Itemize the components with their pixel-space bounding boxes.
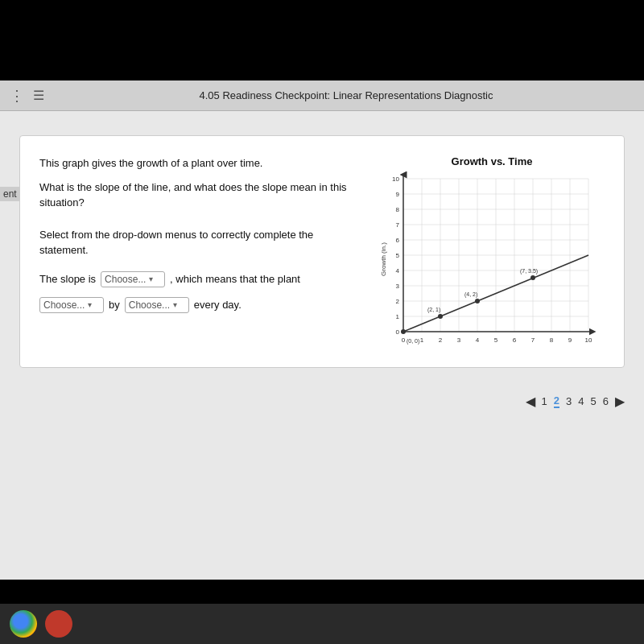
chrome-icon[interactable] (10, 610, 37, 638)
svg-text:7: 7 (531, 336, 535, 344)
svg-text:10: 10 (585, 336, 592, 344)
app-icon[interactable] (45, 610, 72, 638)
dropdown-slope[interactable]: Choose... ▾ (101, 271, 165, 287)
svg-text:0: 0 (396, 328, 400, 336)
page-5[interactable]: 5 (591, 395, 597, 407)
page-title: 4.05 Readiness Checkpoint: Linear Repres… (58, 89, 634, 101)
dropdown-amount[interactable]: Choose... ▾ (125, 297, 189, 313)
svg-text:6: 6 (513, 336, 517, 344)
svg-text:8: 8 (550, 336, 554, 344)
chart-title: Growth vs. Time (379, 155, 605, 167)
svg-text:2: 2 (396, 298, 400, 305)
svg-text:5: 5 (494, 336, 498, 344)
svg-text:3: 3 (396, 283, 400, 290)
svg-point-53 (475, 299, 480, 303)
svg-text:1: 1 (420, 336, 424, 344)
end-text: every day. (194, 299, 242, 311)
hamburger-icon[interactable]: ☰ (33, 88, 44, 103)
svg-text:4: 4 (476, 336, 480, 344)
svg-text:(0, 0): (0, 0) (407, 338, 419, 345)
slope-label: The slope is (39, 273, 96, 285)
svg-text:3: 3 (457, 336, 461, 344)
next-page-button[interactable]: ▶ (615, 394, 625, 409)
prev-page-button[interactable]: ◀ (526, 394, 535, 409)
question-line1: This graph gives the growth of a plant o… (39, 155, 360, 171)
svg-text:6: 6 (396, 237, 400, 244)
svg-text:0: 0 (402, 336, 406, 344)
instruction-text: Select from the drop-down menus to corre… (39, 227, 360, 258)
middle-text: , which means that the plant (170, 273, 300, 285)
page-4[interactable]: 4 (578, 395, 584, 407)
svg-text:1: 1 (396, 313, 400, 320)
svg-text:(2, 1): (2, 1) (427, 307, 440, 313)
svg-text:9: 9 (396, 191, 400, 198)
svg-text:10: 10 (392, 175, 399, 183)
page-6[interactable]: 6 (603, 395, 609, 407)
svg-text:(4, 2): (4, 2) (464, 291, 477, 298)
svg-text:7: 7 (396, 221, 400, 229)
svg-text:4: 4 (396, 267, 400, 275)
svg-text:(7, 3.5): (7, 3.5) (520, 268, 538, 275)
svg-text:8: 8 (396, 206, 400, 213)
svg-text:2: 2 (439, 336, 443, 344)
page-2[interactable]: 2 (554, 394, 559, 408)
dots-menu-icon[interactable]: ⋮ (10, 87, 25, 105)
svg-text:9: 9 (568, 336, 572, 344)
svg-text:5: 5 (396, 252, 400, 259)
taskbar (0, 604, 644, 644)
svg-point-51 (438, 314, 443, 319)
svg-point-55 (530, 275, 535, 280)
svg-text:Growth (in.): Growth (in.) (380, 242, 387, 276)
page-3[interactable]: 3 (566, 395, 572, 407)
svg-point-49 (401, 329, 406, 334)
page-1[interactable]: 1 (542, 395, 547, 407)
side-label: ent (0, 187, 20, 201)
svg-text:Time (days): Time (days) (479, 346, 513, 348)
dropdown-direction[interactable]: Choose... ▾ (39, 297, 104, 313)
question-line2: What is the slope of the line, and what … (39, 180, 360, 211)
chart-area: 0 1 2 3 4 5 6 7 8 9 10 0 1 2 (379, 171, 597, 348)
pagination: ◀ 1 2 3 4 5 6 ▶ (526, 394, 625, 409)
by-text: by (109, 299, 120, 311)
